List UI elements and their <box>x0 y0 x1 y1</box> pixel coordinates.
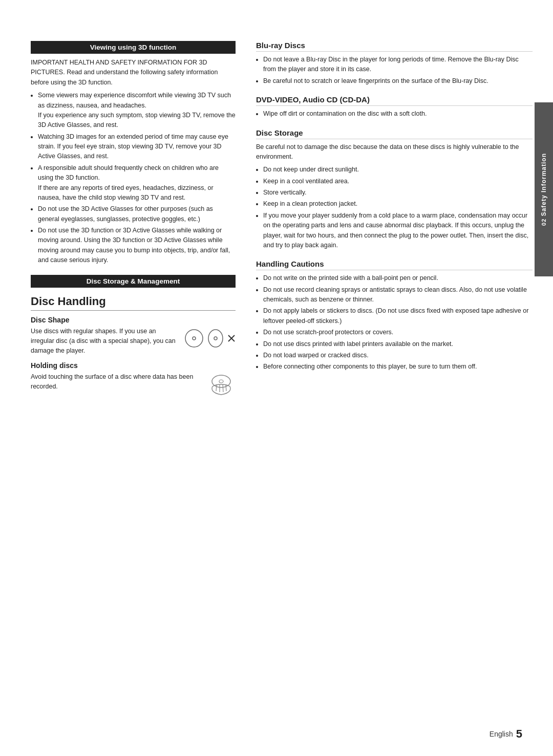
svg-point-3 <box>214 337 217 340</box>
main-content: Viewing using 3D function IMPORTANT HEAL… <box>0 31 553 725</box>
viewing-bullets-list: Some viewers may experience discomfort w… <box>38 91 236 265</box>
disc-shape-title: Disc Shape <box>31 316 236 324</box>
viewing-intro: IMPORTANT HEALTH AND SAFETY INFORMATION … <box>31 58 236 88</box>
bluray-bullet-2: Be careful not to scratch or leave finge… <box>263 76 533 86</box>
disc-storage-management-section: Disc Storage & Management <box>31 275 236 288</box>
side-tab: 02 Safety Information <box>535 102 553 276</box>
disc-storage-bullets-list: Do not keep under direct sunlight. Keep … <box>263 165 533 250</box>
dvd-bullet-1: Wipe off dirt or contamination on the di… <box>263 109 533 119</box>
disc-shape-text: Use discs with regular shapes. If you us… <box>31 327 180 356</box>
handling-cautions-title: Handling Cautions <box>256 260 533 270</box>
viewing-bullet-3: A responsible adult should frequently ch… <box>38 163 236 203</box>
handling-cautions-bullet-5: Do not use discs printed with label prin… <box>263 339 533 349</box>
disc-shape-description: Use discs with regular shapes. If you us… <box>31 328 176 355</box>
handling-cautions-bullet-6: Do not load warped or cracked discs. <box>263 351 533 360</box>
footer-language: English <box>490 730 513 738</box>
disc-storage-bullet-2: Keep in a cool ventilated area. <box>263 177 533 186</box>
holding-discs-row: Avoid touching the surface of a disc whe… <box>31 372 236 396</box>
footer-page-number: 5 <box>516 727 522 741</box>
svg-line-11 <box>226 385 226 391</box>
bluray-section: Blu-ray Discs Do not leave a Blu-ray Dis… <box>256 41 533 86</box>
handling-cautions-bullet-1: Do not write on the printed side with a … <box>263 273 533 283</box>
disc-icons <box>184 329 236 348</box>
svg-line-10 <box>223 384 223 392</box>
holding-discs-text: Avoid touching the surface of a disc whe… <box>31 372 202 392</box>
dvd-bullets-list: Wipe off dirt or contamination on the di… <box>263 109 533 119</box>
handling-cautions-bullet-2: Do not use record cleaning sprays or ant… <box>263 285 533 305</box>
holding-discs-description: Avoid touching the surface of a disc whe… <box>31 373 193 390</box>
disc-storage-management-header: Disc Storage & Management <box>31 275 236 288</box>
side-tab-label: 02 Safety Information <box>540 153 547 226</box>
disc-storage-section: Disc Storage Be careful not to damage th… <box>256 128 533 251</box>
handling-cautions-bullet-7: Before connecting other components to th… <box>263 362 533 372</box>
svg-point-2 <box>208 330 223 347</box>
disc-storage-bullet-4: Keep in a clean protection jacket. <box>263 199 533 209</box>
viewing-bullet-4: Do not use the 3D Active Glasses for oth… <box>38 204 236 224</box>
svg-point-1 <box>193 337 196 340</box>
dvd-title: DVD-VIDEO, Audio CD (CD-DA) <box>256 95 533 106</box>
left-column: Viewing using 3D function IMPORTANT HEAL… <box>31 41 251 715</box>
disc-shape-section: Disc Shape Use discs with regular shapes… <box>31 316 236 356</box>
hand-holding-disc-icon <box>207 373 236 396</box>
viewing-header: Viewing using 3D function <box>31 41 236 54</box>
handling-cautions-bullets-list: Do not write on the printed side with a … <box>263 273 533 372</box>
viewing-bullet-2: Watching 3D images for an extended perio… <box>38 132 236 162</box>
disc-storage-bullet-1: Do not keep under direct sunlight. <box>263 165 533 175</box>
holding-discs-title: Holding discs <box>31 361 236 370</box>
svg-line-8 <box>216 384 217 391</box>
viewing-section: Viewing using 3D function IMPORTANT HEAL… <box>31 41 236 266</box>
irregular-disc-icon <box>206 329 225 348</box>
page: Viewing using 3D function IMPORTANT HEAL… <box>0 0 553 756</box>
disc-storage-intro: Be careful not to damage the disc becaus… <box>256 142 533 162</box>
bluray-bullet-1: Do not leave a Blu-ray Disc in the playe… <box>263 55 533 75</box>
viewing-bullet-5: Do not use the 3D function or 3D Active … <box>38 226 236 266</box>
dvd-section: DVD-VIDEO, Audio CD (CD-DA) Wipe off dir… <box>256 95 533 119</box>
regular-disc-icon <box>184 329 204 348</box>
handling-cautions-bullet-3: Do not apply labels or stickers to discs… <box>263 306 533 326</box>
disc-storage-bullet-5: If you move your player suddenly from a … <box>263 211 533 251</box>
disc-storage-bullet-3: Store vertically. <box>263 188 533 198</box>
svg-point-0 <box>185 330 203 347</box>
disc-shape-row: Use discs with regular shapes. If you us… <box>31 327 236 356</box>
right-column: Blu-ray Discs Do not leave a Blu-ray Dis… <box>251 41 533 715</box>
disc-storage-title: Disc Storage <box>256 128 533 139</box>
handling-cautions-bullet-4: Do not use scratch-proof protectors or c… <box>263 328 533 337</box>
bluray-bullets-list: Do not leave a Blu-ray Disc in the playe… <box>263 55 533 86</box>
bluray-title: Blu-ray Discs <box>256 41 533 52</box>
holding-discs-section: Holding discs Avoid touching the surface… <box>31 361 236 396</box>
viewing-bullet-1: Some viewers may experience discomfort w… <box>38 91 236 131</box>
disc-handling-title: Disc Handling <box>31 295 236 311</box>
x-mark-icon <box>227 334 236 342</box>
footer: English 5 <box>490 727 522 741</box>
svg-point-7 <box>219 380 223 383</box>
handling-cautions-section: Handling Cautions Do not write on the pr… <box>256 260 533 372</box>
